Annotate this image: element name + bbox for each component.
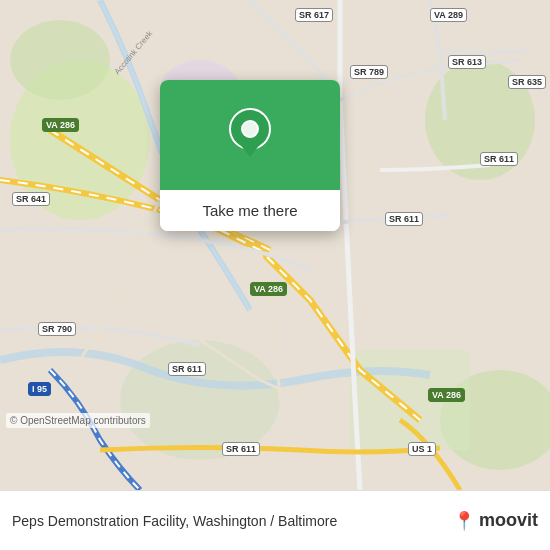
badge-va286-low: VA 286 (428, 388, 465, 402)
popup-header (160, 80, 340, 190)
badge-us1: US 1 (408, 442, 436, 456)
svg-marker-11 (239, 143, 261, 157)
badge-sr789: SR 789 (350, 65, 388, 79)
badge-sr617: SR 617 (295, 8, 333, 22)
location-pin-icon (225, 107, 275, 163)
moovit-logo: 📍 moovit (453, 510, 538, 532)
badge-sr613: SR 613 (448, 55, 486, 69)
take-me-there-button[interactable]: Take me there (160, 190, 340, 231)
copyright-text: © OpenStreetMap contributors (6, 413, 150, 428)
badge-va286-mid: VA 286 (250, 282, 287, 296)
moovit-brand-text: moovit (479, 510, 538, 531)
badge-sr611-bot: SR 611 (222, 442, 260, 456)
badge-va286-top: VA 286 (42, 118, 79, 132)
badge-sr611-right: SR 611 (480, 152, 518, 166)
popup-card: Take me there (160, 80, 340, 231)
badge-i95: I 95 (28, 382, 51, 396)
bottom-bar: Peps Demonstration Facility, Washington … (0, 490, 550, 550)
map-container: Accotink Creek SR 617 VA 289 SR 789 SR 6… (0, 0, 550, 490)
badge-sr641: SR 641 (12, 192, 50, 206)
moovit-pin-icon: 📍 (453, 510, 475, 532)
svg-point-2 (10, 20, 110, 100)
badge-sr611-low: SR 611 (168, 362, 206, 376)
badge-sr635: SR 635 (508, 75, 546, 89)
badge-sr790: SR 790 (38, 322, 76, 336)
badge-va289: VA 289 (430, 8, 467, 22)
place-name: Peps Demonstration Facility, Washington … (12, 513, 445, 529)
badge-sr611-mid: SR 611 (385, 212, 423, 226)
